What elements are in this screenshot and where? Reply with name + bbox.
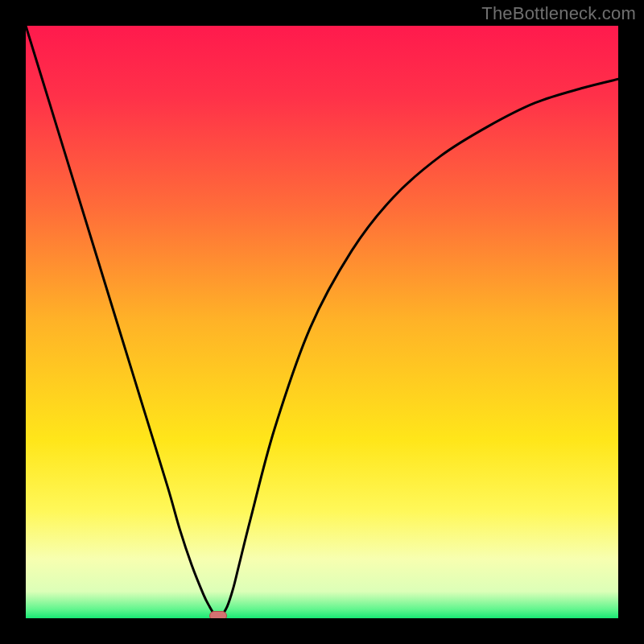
chart-frame: TheBottleneck.com (0, 0, 644, 644)
bottleneck-curve (26, 26, 618, 618)
plot-area (26, 26, 618, 618)
optimal-point-marker (209, 611, 227, 618)
watermark-text: TheBottleneck.com (481, 3, 636, 24)
